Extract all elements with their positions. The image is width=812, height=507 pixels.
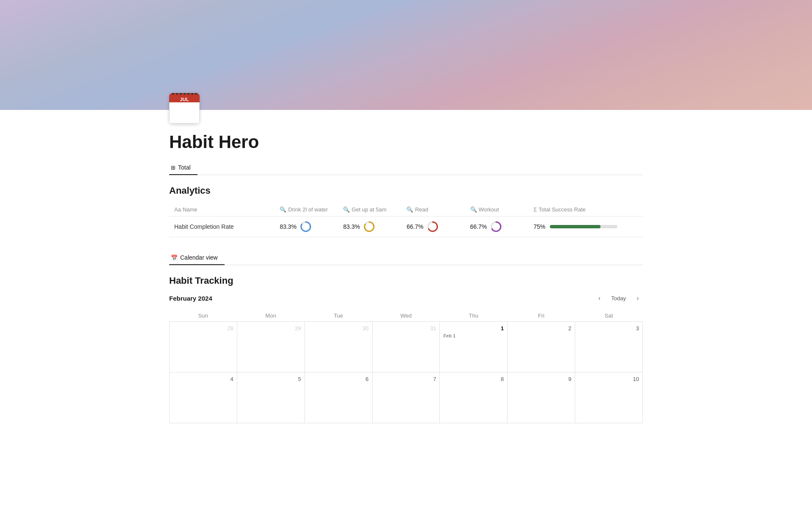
day-header-tue: Tue bbox=[304, 310, 372, 322]
th-name: Aa Name bbox=[169, 203, 274, 217]
hero-banner bbox=[0, 0, 812, 110]
tab-calendar[interactable]: 📅 Calendar view bbox=[169, 251, 225, 265]
prev-month-button[interactable]: ‹ bbox=[594, 293, 604, 303]
th-workout: 🔍 Workout bbox=[465, 203, 529, 217]
cell-getup: 83.3% bbox=[338, 217, 401, 237]
calendar-cell[interactable]: 3 bbox=[575, 322, 643, 373]
drink-value: 83.3% bbox=[280, 223, 296, 230]
row-name: Habit Completion Rate bbox=[169, 217, 274, 237]
cell-drink: 83.3% bbox=[274, 217, 338, 237]
calendar-header: February 2024 ‹ Today › bbox=[169, 293, 643, 303]
day-header-mon: Mon bbox=[237, 310, 304, 322]
icon-month-label: JUL bbox=[180, 97, 189, 102]
calendar-cell[interactable]: 4 bbox=[170, 373, 237, 423]
calendar-cell[interactable]: 10 bbox=[575, 373, 643, 423]
calendar-cell[interactable]: 2 bbox=[508, 322, 575, 373]
th-getup: 🔍 Get up at 5am bbox=[338, 203, 401, 217]
calendar-week-1: 28 29 30 31 1 Feb 1 bbox=[170, 322, 643, 373]
analytics-table: Aa Name 🔍 Drink 2l of water 🔍 Get up at … bbox=[169, 203, 643, 237]
analytics-title: Analytics bbox=[169, 185, 643, 196]
calendar-cell[interactable]: 5 bbox=[237, 373, 304, 423]
read-value: 66.7% bbox=[406, 223, 423, 230]
calendar-cell[interactable]: 6 bbox=[304, 373, 372, 423]
th-total: Σ Total Success Rate bbox=[529, 203, 643, 217]
calendar-cell[interactable]: 7 bbox=[372, 373, 440, 423]
progress-bar-track bbox=[550, 225, 617, 228]
day-header-fri: Fri bbox=[508, 310, 575, 322]
calendar-cell[interactable]: 29 bbox=[237, 322, 304, 373]
day-header-sat: Sat bbox=[575, 310, 643, 322]
cell-total: 75% bbox=[529, 217, 643, 237]
page-title: Habit Hero bbox=[169, 132, 643, 152]
table-row: Habit Completion Rate 83.3% 83.3% bbox=[169, 217, 643, 237]
cell-read: 66.7% bbox=[401, 217, 465, 237]
tabs-row-1: ⊞ Total bbox=[169, 161, 643, 175]
cell-workout: 66.7% bbox=[465, 217, 529, 237]
progress-bar-fill bbox=[550, 225, 601, 228]
calendar-week-2: 4 5 6 7 8 9 bbox=[170, 373, 643, 423]
total-value: 75% bbox=[534, 223, 546, 230]
th-drink: 🔍 Drink 2l of water bbox=[274, 203, 338, 217]
page-icon: JUL bbox=[169, 93, 203, 127]
calendar-month: February 2024 bbox=[169, 295, 212, 302]
calendar-cell[interactable]: 28 bbox=[170, 322, 237, 373]
calendar-cell-today[interactable]: 1 Feb 1 bbox=[440, 322, 508, 373]
tab-total[interactable]: ⊞ Total bbox=[169, 161, 198, 175]
table-icon: ⊞ bbox=[171, 164, 176, 171]
tracking-title: Habit Tracking bbox=[169, 275, 643, 286]
workout-value: 66.7% bbox=[470, 223, 487, 230]
calendar-cell[interactable]: 31 bbox=[372, 322, 440, 373]
calendar-cell[interactable]: 30 bbox=[304, 322, 372, 373]
tracking-section: 📅 Calendar view Habit Tracking February … bbox=[169, 251, 643, 423]
tabs-row-2: 📅 Calendar view bbox=[169, 251, 643, 265]
day-header-sun: Sun bbox=[170, 310, 237, 322]
calendar-nav: ‹ Today › bbox=[594, 293, 643, 303]
getup-value: 83.3% bbox=[343, 223, 360, 230]
calendar-cell[interactable]: 9 bbox=[508, 373, 575, 423]
today-button[interactable]: Today bbox=[608, 293, 629, 303]
day-header-thu: Thu bbox=[440, 310, 508, 322]
calendar-tab-icon: 📅 bbox=[171, 255, 178, 261]
calendar-grid: Sun Mon Tue Wed Thu Fri Sat 28 29 bbox=[169, 310, 643, 423]
day-header-wed: Wed bbox=[372, 310, 440, 322]
th-read: 🔍 Read bbox=[401, 203, 465, 217]
calendar-cell[interactable]: 8 bbox=[440, 373, 508, 423]
next-month-button[interactable]: › bbox=[633, 293, 643, 303]
